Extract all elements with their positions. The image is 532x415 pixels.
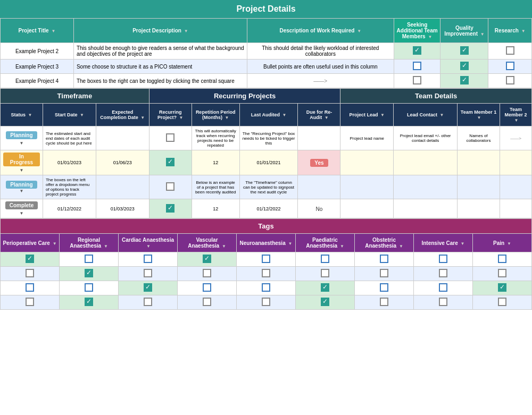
tag1-pain[interactable] — [473, 252, 532, 267]
filter-audited[interactable]: ▼ — [282, 113, 286, 117]
checkbox-tag3-vascular[interactable] — [203, 283, 211, 292]
tag3-cardiac[interactable] — [119, 281, 178, 295]
filter-start[interactable]: ▼ — [80, 113, 84, 117]
tag3-paed[interactable] — [296, 281, 355, 295]
tag4-cardiac[interactable] — [119, 295, 178, 310]
filter-icon-work[interactable]: ▼ — [357, 29, 361, 33]
checkbox-tag2-intensive[interactable] — [439, 269, 447, 277]
checkbox-tag2-obstetric[interactable] — [380, 269, 388, 277]
checkbox-tag2-paed[interactable] — [321, 269, 329, 277]
checkbox-tag1-cardiac[interactable] — [144, 255, 152, 263]
filter-vascular[interactable]: ▼ — [222, 244, 226, 249]
filter-peri[interactable]: ▼ — [53, 241, 57, 246]
checkbox-tag2-neuro[interactable] — [262, 269, 270, 277]
tag3-neuro[interactable] — [237, 281, 296, 295]
tag1-regional[interactable] — [60, 252, 119, 267]
checkbox-tag3-peri[interactable] — [26, 283, 34, 292]
checkbox-tag4-peri[interactable] — [26, 298, 34, 306]
filter-lead[interactable]: ▼ — [380, 113, 385, 117]
dropdown-arrow-2[interactable]: ▼ — [20, 168, 24, 173]
checkbox-proj2-quality[interactable] — [460, 62, 469, 70]
checkbox-tag2-cardiac[interactable] — [144, 269, 152, 277]
checkbox-tag4-regional[interactable] — [85, 298, 93, 306]
filter-intensive[interactable]: ▼ — [461, 241, 465, 246]
checkbox-tag2-regional[interactable] — [85, 269, 93, 277]
tag2-regional[interactable] — [60, 267, 119, 281]
checkbox-tag3-regional[interactable] — [85, 283, 93, 292]
checkbox-proj2-research[interactable] — [506, 62, 514, 70]
recurring-1[interactable] — [149, 126, 192, 150]
proj3-seeking[interactable] — [394, 74, 440, 88]
dropdown-arrow-1[interactable]: ▼ — [20, 141, 24, 146]
filter-icon-quality[interactable]: ▼ — [480, 32, 485, 37]
checkbox-tag2-pain[interactable] — [498, 269, 506, 277]
recurring-2[interactable] — [149, 150, 192, 175]
checkbox-tag4-pain[interactable] — [498, 298, 506, 306]
tag2-peri[interactable] — [1, 267, 60, 281]
checkbox-tag1-neuro[interactable] — [262, 255, 270, 263]
tag2-pain[interactable] — [473, 267, 532, 281]
checkbox-recurring-2[interactable] — [166, 158, 174, 166]
filter-paed[interactable]: ▼ — [340, 244, 344, 249]
tag4-neuro[interactable] — [237, 295, 296, 310]
proj2-seeking[interactable] — [394, 60, 440, 74]
checkbox-proj3-seeking[interactable] — [413, 76, 421, 84]
recurring-3[interactable] — [149, 175, 192, 199]
filter-cardiac[interactable]: ▼ — [146, 244, 151, 249]
dropdown-arrow-3[interactable]: ▼ — [3, 189, 40, 193]
tag1-obstetric[interactable] — [355, 252, 414, 267]
checkbox-recurring-4[interactable] — [166, 204, 174, 213]
checkbox-tag1-paed[interactable] — [321, 255, 329, 263]
tag2-obstetric[interactable] — [355, 267, 414, 281]
checkbox-proj1-quality[interactable] — [460, 46, 469, 55]
checkbox-tag4-paed[interactable] — [321, 298, 329, 306]
tag1-cardiac[interactable] — [119, 252, 178, 267]
tag4-vascular[interactable] — [178, 295, 237, 310]
checkbox-tag1-vascular[interactable] — [203, 255, 211, 263]
tag1-intensive[interactable] — [414, 252, 473, 267]
checkbox-proj3-quality[interactable] — [460, 76, 469, 84]
tag3-vascular[interactable] — [178, 281, 237, 295]
checkbox-tag3-pain[interactable] — [498, 283, 506, 292]
filter-icon-title[interactable]: ▼ — [51, 29, 55, 33]
tag1-neuro[interactable] — [237, 252, 296, 267]
checkbox-tag3-paed[interactable] — [321, 283, 329, 292]
filter-regional[interactable]: ▼ — [104, 244, 108, 249]
checkbox-tag2-vascular[interactable] — [203, 269, 211, 277]
checkbox-proj1-research[interactable] — [506, 46, 514, 55]
tag4-intensive[interactable] — [414, 295, 473, 310]
proj1-quality[interactable] — [440, 43, 488, 60]
checkbox-tag3-cardiac[interactable] — [144, 283, 152, 292]
checkbox-tag1-intensive[interactable] — [439, 255, 447, 263]
checkbox-tag3-neuro[interactable] — [262, 283, 270, 292]
tag3-obstetric[interactable] — [355, 281, 414, 295]
filter-neuro[interactable]: ▼ — [288, 241, 293, 246]
checkbox-proj2-seeking[interactable] — [413, 62, 421, 70]
tag3-regional[interactable] — [60, 281, 119, 295]
tag4-regional[interactable] — [60, 295, 119, 310]
tag2-paed[interactable] — [296, 267, 355, 281]
filter-obstetric[interactable]: ▼ — [399, 244, 403, 249]
checkbox-tag4-intensive[interactable] — [439, 298, 447, 306]
tag2-cardiac[interactable] — [119, 267, 178, 281]
proj1-seeking[interactable] — [394, 43, 440, 60]
filter-contact[interactable]: ▼ — [439, 113, 444, 117]
proj3-research[interactable] — [488, 74, 532, 88]
checkbox-tag1-regional[interactable] — [85, 255, 93, 263]
filter-status[interactable]: ▼ — [28, 113, 32, 117]
tag3-peri[interactable] — [1, 281, 60, 295]
checkbox-recurring-3[interactable] — [166, 182, 174, 191]
tag1-peri[interactable] — [1, 252, 60, 267]
filter-completion[interactable]: ▼ — [140, 115, 145, 120]
filter-repetition[interactable]: ▼ — [225, 115, 229, 120]
checkbox-tag4-neuro[interactable] — [262, 298, 270, 306]
checkbox-tag3-obstetric[interactable] — [380, 283, 388, 292]
checkbox-tag1-peri[interactable] — [26, 255, 34, 263]
filter-icon-desc[interactable]: ▼ — [184, 29, 188, 33]
filter-icon-research[interactable]: ▼ — [521, 29, 526, 33]
checkbox-tag1-pain[interactable] — [498, 255, 506, 263]
proj1-research[interactable] — [488, 43, 532, 60]
filter-recurring[interactable]: ▼ — [179, 115, 184, 120]
proj2-quality[interactable] — [440, 60, 488, 74]
tag2-vascular[interactable] — [178, 267, 237, 281]
